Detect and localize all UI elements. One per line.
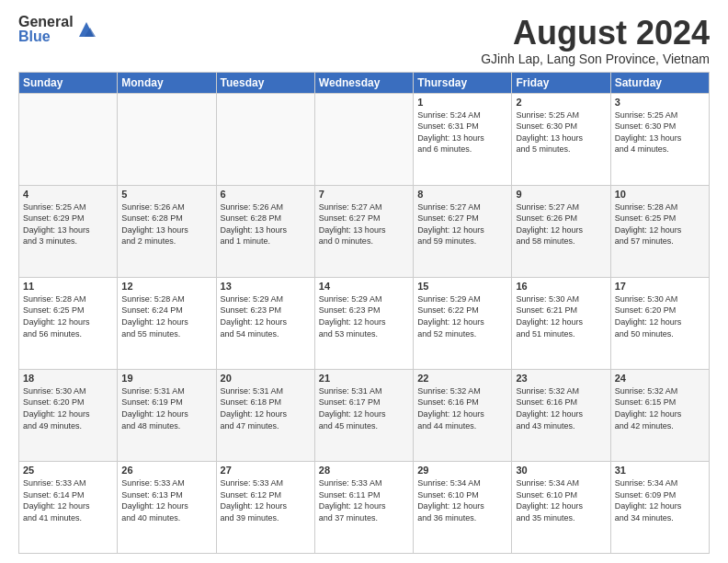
logo-area: General Blue	[18, 15, 97, 44]
day-info: Sunrise: 5:34 AM Sunset: 6:10 PM Dayligh…	[516, 477, 606, 523]
col-wednesday: Wednesday	[314, 72, 413, 93]
day-info: Sunrise: 5:25 AM Sunset: 6:29 PM Dayligh…	[23, 201, 113, 247]
day-info: Sunrise: 5:29 AM Sunset: 6:23 PM Dayligh…	[319, 293, 409, 339]
table-row: 26Sunrise: 5:33 AM Sunset: 6:13 PM Dayli…	[118, 461, 216, 553]
header: General Blue August 2024 GJinh Lap, Lang…	[18, 15, 710, 66]
day-info: Sunrise: 5:31 AM Sunset: 6:17 PM Dayligh…	[319, 385, 409, 431]
day-number: 7	[319, 189, 409, 200]
day-info: Sunrise: 5:32 AM Sunset: 6:16 PM Dayligh…	[516, 385, 606, 431]
day-number: 22	[417, 373, 507, 384]
day-number: 23	[516, 373, 606, 384]
table-row: 24Sunrise: 5:32 AM Sunset: 6:15 PM Dayli…	[610, 369, 709, 461]
day-number: 17	[615, 281, 705, 292]
table-row: 5Sunrise: 5:26 AM Sunset: 6:28 PM Daylig…	[118, 185, 216, 277]
day-info: Sunrise: 5:26 AM Sunset: 6:28 PM Dayligh…	[221, 201, 311, 247]
day-number: 14	[319, 281, 409, 292]
day-info: Sunrise: 5:31 AM Sunset: 6:19 PM Dayligh…	[121, 385, 211, 431]
table-row: 6Sunrise: 5:26 AM Sunset: 6:28 PM Daylig…	[216, 185, 314, 277]
month-year-title: August 2024	[481, 15, 710, 52]
day-info: Sunrise: 5:28 AM Sunset: 6:25 PM Dayligh…	[615, 201, 705, 247]
day-info: Sunrise: 5:28 AM Sunset: 6:24 PM Dayligh…	[121, 293, 211, 339]
col-thursday: Thursday	[414, 72, 512, 93]
col-tuesday: Tuesday	[216, 72, 314, 93]
day-info: Sunrise: 5:27 AM Sunset: 6:27 PM Dayligh…	[319, 201, 409, 247]
calendar-header-row: Sunday Monday Tuesday Wednesday Thursday…	[19, 72, 710, 93]
day-number: 3	[615, 97, 705, 108]
day-number: 4	[23, 189, 113, 200]
day-info: Sunrise: 5:32 AM Sunset: 6:15 PM Dayligh…	[615, 385, 705, 431]
table-row: 12Sunrise: 5:28 AM Sunset: 6:24 PM Dayli…	[118, 277, 216, 369]
day-number: 21	[319, 373, 409, 384]
table-row: 28Sunrise: 5:33 AM Sunset: 6:11 PM Dayli…	[314, 461, 413, 553]
day-info: Sunrise: 5:33 AM Sunset: 6:14 PM Dayligh…	[23, 477, 113, 523]
day-number: 10	[615, 189, 705, 200]
col-saturday: Saturday	[610, 72, 709, 93]
day-info: Sunrise: 5:33 AM Sunset: 6:13 PM Dayligh…	[121, 477, 211, 523]
table-row: 21Sunrise: 5:31 AM Sunset: 6:17 PM Dayli…	[314, 369, 413, 461]
day-number: 6	[221, 189, 311, 200]
day-info: Sunrise: 5:30 AM Sunset: 6:20 PM Dayligh…	[23, 385, 113, 431]
day-number: 25	[23, 465, 113, 476]
day-info: Sunrise: 5:24 AM Sunset: 6:31 PM Dayligh…	[417, 109, 507, 155]
day-number: 16	[516, 281, 606, 292]
calendar-week-row: 1Sunrise: 5:24 AM Sunset: 6:31 PM Daylig…	[19, 93, 710, 185]
table-row: 22Sunrise: 5:32 AM Sunset: 6:16 PM Dayli…	[414, 369, 512, 461]
logo-icon	[75, 20, 97, 39]
day-info: Sunrise: 5:28 AM Sunset: 6:25 PM Dayligh…	[23, 293, 113, 339]
day-number: 18	[23, 373, 113, 384]
day-number: 15	[417, 281, 507, 292]
table-row: 13Sunrise: 5:29 AM Sunset: 6:23 PM Dayli…	[216, 277, 314, 369]
day-number: 31	[615, 465, 705, 476]
logo-general: General	[18, 15, 74, 29]
table-row: 27Sunrise: 5:33 AM Sunset: 6:12 PM Dayli…	[216, 461, 314, 553]
day-number: 12	[121, 281, 211, 292]
day-number: 24	[615, 373, 705, 384]
table-row: 11Sunrise: 5:28 AM Sunset: 6:25 PM Dayli…	[19, 277, 118, 369]
calendar-week-row: 25Sunrise: 5:33 AM Sunset: 6:14 PM Dayli…	[19, 461, 710, 553]
table-row: 25Sunrise: 5:33 AM Sunset: 6:14 PM Dayli…	[19, 461, 118, 553]
table-row: 23Sunrise: 5:32 AM Sunset: 6:16 PM Dayli…	[512, 369, 610, 461]
day-number: 30	[516, 465, 606, 476]
day-number: 11	[23, 281, 113, 292]
col-monday: Monday	[118, 72, 216, 93]
calendar-week-row: 4Sunrise: 5:25 AM Sunset: 6:29 PM Daylig…	[19, 185, 710, 277]
table-row: 30Sunrise: 5:34 AM Sunset: 6:10 PM Dayli…	[512, 461, 610, 553]
table-row: 19Sunrise: 5:31 AM Sunset: 6:19 PM Dayli…	[118, 369, 216, 461]
table-row: 10Sunrise: 5:28 AM Sunset: 6:25 PM Dayli…	[610, 185, 709, 277]
table-row: 20Sunrise: 5:31 AM Sunset: 6:18 PM Dayli…	[216, 369, 314, 461]
day-number: 27	[221, 465, 311, 476]
day-info: Sunrise: 5:26 AM Sunset: 6:28 PM Dayligh…	[121, 201, 211, 247]
table-row: 15Sunrise: 5:29 AM Sunset: 6:22 PM Dayli…	[414, 277, 512, 369]
day-info: Sunrise: 5:27 AM Sunset: 6:26 PM Dayligh…	[516, 201, 606, 247]
table-row	[314, 93, 413, 185]
table-row: 18Sunrise: 5:30 AM Sunset: 6:20 PM Dayli…	[19, 369, 118, 461]
table-row: 16Sunrise: 5:30 AM Sunset: 6:21 PM Dayli…	[512, 277, 610, 369]
day-info: Sunrise: 5:29 AM Sunset: 6:23 PM Dayligh…	[221, 293, 311, 339]
title-area: August 2024 GJinh Lap, Lang Son Province…	[481, 15, 710, 66]
location-text: GJinh Lap, Lang Son Province, Vietnam	[481, 52, 710, 66]
logo-text: General Blue	[18, 15, 74, 44]
day-info: Sunrise: 5:29 AM Sunset: 6:22 PM Dayligh…	[417, 293, 507, 339]
day-info: Sunrise: 5:32 AM Sunset: 6:16 PM Dayligh…	[417, 385, 507, 431]
table-row: 14Sunrise: 5:29 AM Sunset: 6:23 PM Dayli…	[314, 277, 413, 369]
table-row: 8Sunrise: 5:27 AM Sunset: 6:27 PM Daylig…	[414, 185, 512, 277]
table-row: 1Sunrise: 5:24 AM Sunset: 6:31 PM Daylig…	[414, 93, 512, 185]
day-info: Sunrise: 5:30 AM Sunset: 6:20 PM Dayligh…	[615, 293, 705, 339]
day-info: Sunrise: 5:34 AM Sunset: 6:10 PM Dayligh…	[417, 477, 507, 523]
day-number: 20	[221, 373, 311, 384]
day-info: Sunrise: 5:25 AM Sunset: 6:30 PM Dayligh…	[615, 109, 705, 155]
day-number: 28	[319, 465, 409, 476]
col-sunday: Sunday	[19, 72, 118, 93]
day-number: 5	[121, 189, 211, 200]
day-info: Sunrise: 5:31 AM Sunset: 6:18 PM Dayligh…	[221, 385, 311, 431]
day-number: 29	[417, 465, 507, 476]
day-info: Sunrise: 5:33 AM Sunset: 6:11 PM Dayligh…	[319, 477, 409, 523]
day-number: 26	[121, 465, 211, 476]
day-number: 19	[121, 373, 211, 384]
day-number: 2	[516, 97, 606, 108]
table-row: 7Sunrise: 5:27 AM Sunset: 6:27 PM Daylig…	[314, 185, 413, 277]
day-number: 1	[417, 97, 507, 108]
col-friday: Friday	[512, 72, 610, 93]
table-row: 29Sunrise: 5:34 AM Sunset: 6:10 PM Dayli…	[414, 461, 512, 553]
calendar-week-row: 18Sunrise: 5:30 AM Sunset: 6:20 PM Dayli…	[19, 369, 710, 461]
